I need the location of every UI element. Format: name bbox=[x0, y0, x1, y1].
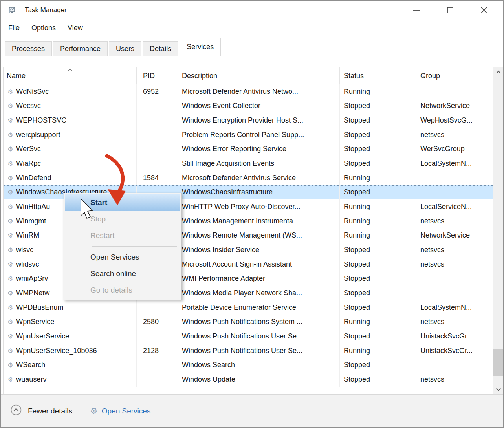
service-name-cell: ⚙WEPHOSTSVC bbox=[4, 113, 137, 128]
context-menu: StartStopRestartOpen ServicesSearch onli… bbox=[64, 193, 182, 300]
service-description-cell: Windows Management Instrumenta... bbox=[178, 214, 340, 229]
footer-divider bbox=[81, 404, 81, 418]
column-header-status[interactable]: Status bbox=[340, 67, 416, 84]
service-status-cell: Stopped bbox=[340, 113, 416, 128]
service-group-cell: netsvcs bbox=[416, 257, 493, 272]
service-status-cell: Stopped bbox=[340, 128, 416, 142]
service-gear-icon: ⚙ bbox=[7, 232, 13, 239]
column-header-label: PID bbox=[143, 72, 155, 80]
tab-users[interactable]: Users bbox=[109, 41, 141, 56]
table-row[interactable]: ⚙WecsvcWindows Event CollectorStoppedNet… bbox=[4, 99, 493, 113]
service-group-cell: NetworkService bbox=[416, 229, 493, 243]
tab-processes[interactable]: Processes bbox=[5, 41, 52, 56]
tab-bar: ProcessesPerformanceUsersDetailsServices bbox=[1, 37, 503, 56]
table-row[interactable]: ⚙WpnUserService_10b0362128Windows Push N… bbox=[4, 344, 493, 358]
service-group-cell: netsvcs bbox=[416, 243, 493, 257]
service-gear-icon: ⚙ bbox=[7, 174, 13, 182]
service-description-cell: Windows Update bbox=[178, 372, 340, 387]
service-description-cell: Windows Error Reporting Service bbox=[178, 142, 340, 157]
service-group-cell: netsvcs bbox=[416, 128, 493, 142]
table-row[interactable]: ⚙WSearchWindows SearchStopped bbox=[4, 358, 493, 372]
service-gear-icon: ⚙ bbox=[7, 246, 13, 254]
service-gear-icon: ⚙ bbox=[7, 261, 13, 268]
table-row[interactable]: ⚙WiaRpcStill Image Acquisition EventsSto… bbox=[4, 156, 493, 171]
table-row[interactable]: ⚙WinDefend1584Microsoft Defender Antivir… bbox=[4, 171, 493, 185]
close-button[interactable] bbox=[467, 1, 501, 20]
service-gear-icon: ⚙ bbox=[7, 333, 13, 340]
table-row[interactable]: ⚙wercplsupportProblem Reports Control Pa… bbox=[4, 128, 493, 142]
service-status-cell: Stopped bbox=[340, 286, 416, 300]
service-description-cell: Windows Event Collector bbox=[178, 99, 340, 113]
context-menu-item-start[interactable]: Start bbox=[65, 194, 180, 211]
service-name-cell: ⚙WinDefend bbox=[4, 171, 137, 185]
sort-ascending-icon bbox=[68, 68, 73, 71]
service-gear-icon: ⚙ bbox=[7, 376, 13, 383]
fewer-details-button[interactable]: Fewer details bbox=[10, 404, 72, 418]
menu-bar: FileOptionsView bbox=[1, 20, 503, 37]
menu-options[interactable]: Options bbox=[26, 20, 62, 37]
scroll-up-arrow[interactable] bbox=[493, 67, 504, 77]
service-pid-cell bbox=[137, 358, 178, 372]
service-pid-cell bbox=[137, 128, 178, 142]
service-status-cell: Stopped bbox=[340, 99, 416, 113]
service-name-cell: ⚙WiaRpc bbox=[4, 156, 137, 171]
table-row[interactable]: ⚙WpnUserServiceWindows Push Notification… bbox=[4, 329, 493, 344]
column-header-description[interactable]: Description bbox=[178, 67, 340, 84]
scrollbar-thumb[interactable] bbox=[493, 349, 503, 376]
table-row[interactable]: ⚙WPDBusEnumPortable Device Enumerator Se… bbox=[4, 300, 493, 315]
service-gear-icon: ⚙ bbox=[7, 131, 13, 139]
column-header-label: Status bbox=[344, 72, 364, 80]
service-name-cell: ⚙wercplsupport bbox=[4, 128, 137, 142]
service-name-cell: ⚙Wecsvc bbox=[4, 99, 137, 113]
service-pid-cell bbox=[137, 372, 178, 387]
service-pid-cell bbox=[137, 300, 178, 315]
table-row[interactable]: ⚙WerSvcWindows Error Reporting ServiceSt… bbox=[4, 142, 493, 157]
service-name-cell: ⚙WdNisSvc bbox=[4, 84, 137, 99]
vertical-scrollbar[interactable] bbox=[493, 67, 504, 395]
menu-file[interactable]: File bbox=[2, 20, 26, 37]
context-menu-separator bbox=[92, 246, 177, 247]
column-header-name[interactable]: Name bbox=[4, 67, 137, 84]
service-description-cell: Still Image Acquisition Events bbox=[178, 156, 340, 171]
table-row[interactable]: ⚙WdNisSvc6952Microsoft Defender Antiviru… bbox=[4, 84, 493, 99]
service-description-cell: Microsoft Defender Antivirus Service bbox=[178, 171, 340, 185]
context-menu-item-go-to-details: Go to details bbox=[65, 282, 180, 298]
column-header-label: Description bbox=[182, 72, 217, 80]
service-pid-cell bbox=[137, 329, 178, 344]
service-pid-cell: 2580 bbox=[137, 315, 178, 329]
service-group-cell bbox=[416, 84, 493, 99]
column-header-pid[interactable]: PID bbox=[137, 67, 178, 84]
tab-details[interactable]: Details bbox=[143, 41, 178, 56]
scroll-down-arrow[interactable] bbox=[493, 384, 504, 395]
table-row[interactable]: ⚙WpnService2580Windows Push Notification… bbox=[4, 315, 493, 329]
table-row[interactable]: ⚙wuauservWindows UpdateStoppednetsvcs bbox=[4, 372, 493, 387]
service-group-cell bbox=[416, 185, 493, 200]
service-group-cell: WerSvcGroup bbox=[416, 142, 493, 157]
service-pid-cell bbox=[137, 156, 178, 171]
gear-icon: ⚙ bbox=[90, 406, 98, 416]
service-description-cell: WMI Performance Adapter bbox=[178, 272, 340, 286]
context-menu-item-search-online[interactable]: Search online bbox=[65, 265, 180, 282]
tab-performance[interactable]: Performance bbox=[53, 41, 108, 56]
column-header-label: Group bbox=[420, 72, 440, 80]
open-services-link[interactable]: ⚙ Open Services bbox=[90, 406, 150, 416]
service-group-cell bbox=[416, 358, 493, 372]
service-gear-icon: ⚙ bbox=[7, 188, 13, 196]
service-group-cell: WepHostSvcG... bbox=[416, 113, 493, 128]
context-menu-item-open-services[interactable]: Open Services bbox=[65, 249, 180, 265]
maximize-button[interactable] bbox=[433, 1, 467, 20]
service-pid-cell: 6952 bbox=[137, 84, 178, 99]
service-gear-icon: ⚙ bbox=[7, 203, 13, 210]
service-group-cell bbox=[416, 272, 493, 286]
service-status-cell: Stopped bbox=[340, 329, 416, 344]
service-description-cell: Microsoft Account Sign-in Assistant bbox=[178, 257, 340, 272]
column-header-group[interactable]: Group bbox=[416, 67, 493, 84]
service-gear-icon: ⚙ bbox=[7, 145, 13, 153]
menu-view[interactable]: View bbox=[62, 20, 89, 37]
service-group-cell: netsvcs bbox=[416, 315, 493, 329]
service-status-cell: Running bbox=[340, 199, 416, 214]
service-group-cell: UnistackSvcGr... bbox=[416, 329, 493, 344]
table-row[interactable]: ⚙WEPHOSTSVCWindows Encryption Provider H… bbox=[4, 113, 493, 128]
minimize-button[interactable] bbox=[400, 1, 433, 20]
tab-services[interactable]: Services bbox=[180, 38, 221, 56]
